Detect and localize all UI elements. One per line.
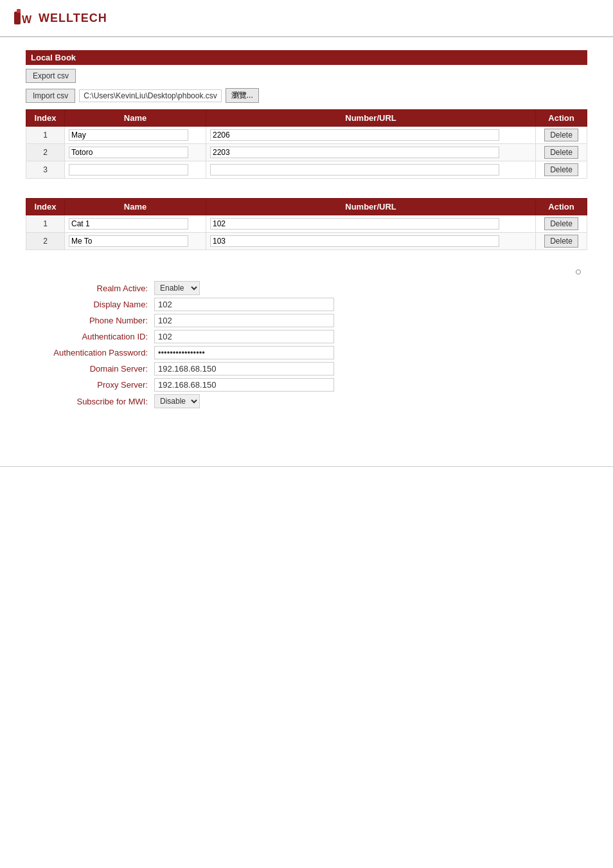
name-input[interactable] (69, 218, 188, 230)
col-header-action: Action (536, 110, 587, 127)
page-header: W WELLTECH (0, 0, 613, 37)
form-text-input-5[interactable] (154, 362, 334, 375)
import-file-path: C:\Users\KevinLiu\Desktop\phbook.csv (79, 89, 221, 102)
cell-name (65, 144, 206, 161)
form-label: Phone Number: (26, 316, 154, 325)
form-row: Authentication Password: (26, 346, 587, 359)
cell-index: 3 (26, 161, 65, 179)
main-content: Local Book Export csv Import csv C:\User… (0, 37, 613, 440)
form-row: Realm Active:EnableDisable (26, 281, 587, 295)
form-label: Subscribe for MWI: (26, 397, 154, 406)
form-row: Domain Server: (26, 362, 587, 375)
browse-button[interactable]: 瀏覽... (226, 88, 259, 103)
number-input[interactable] (210, 218, 499, 230)
col2-header-number: Number/URL (206, 199, 536, 215)
form-select-0[interactable]: EnableDisable (154, 281, 200, 295)
form-row: Proxy Server: (26, 378, 587, 392)
form-label: Domain Server: (26, 364, 154, 374)
second-table: Index Name Number/URL Action 1 Delete 2 (26, 198, 587, 250)
form-row: Authentication ID: (26, 330, 587, 343)
col2-header-action: Action (536, 199, 587, 215)
cell-name (65, 233, 206, 250)
local-book-table: Index Name Number/URL Action 1 Delete 2 (26, 109, 587, 179)
number-input[interactable] (210, 164, 499, 176)
delete-button[interactable]: Delete (544, 235, 578, 248)
number-input[interactable] (210, 235, 499, 247)
cell-index: 2 (26, 144, 65, 161)
name-input[interactable] (69, 235, 188, 247)
local-book-title: Local Book (26, 50, 587, 65)
cell-name (65, 127, 206, 144)
cell-action: Delete (536, 215, 587, 233)
cell-name (65, 161, 206, 179)
delete-button[interactable]: Delete (544, 129, 578, 141)
name-input[interactable] (69, 164, 188, 176)
cell-number (206, 215, 536, 233)
cell-number (206, 161, 536, 179)
cell-number (206, 127, 536, 144)
logo: W WELLTECH (13, 6, 107, 30)
form-password-input-4[interactable] (154, 346, 334, 359)
status-indicator (576, 269, 581, 275)
col2-header-name: Name (65, 199, 206, 215)
cell-action: Delete (536, 233, 587, 250)
table-row: 1 Delete (26, 215, 587, 233)
table-row: 3 Delete (26, 161, 587, 179)
cell-action: Delete (536, 161, 587, 179)
cell-action: Delete (536, 127, 587, 144)
footer-divider (0, 466, 613, 467)
cell-name (65, 215, 206, 233)
import-row: Import csv C:\Users\KevinLiu\Desktop\phb… (26, 88, 587, 103)
import-csv-button[interactable]: Import csv (26, 89, 75, 103)
col-header-number: Number/URL (206, 110, 536, 127)
table-row: 2 Delete (26, 233, 587, 250)
second-table-section: Index Name Number/URL Action 1 Delete 2 (26, 198, 587, 250)
form-section: Realm Active:EnableDisableDisplay Name:P… (26, 281, 587, 408)
table-row: 2 Delete (26, 144, 587, 161)
form-row: Subscribe for MWI:EnableDisable (26, 394, 587, 408)
svg-text:W: W (22, 14, 32, 25)
delete-button[interactable]: Delete (544, 217, 578, 230)
form-text-input-3[interactable] (154, 330, 334, 343)
export-csv-button[interactable]: Export csv (26, 69, 76, 83)
form-label: Proxy Server: (26, 380, 154, 390)
name-input[interactable] (69, 147, 188, 158)
form-text-input-6[interactable] (154, 378, 334, 392)
local-book-section: Local Book Export csv Import csv C:\User… (26, 50, 587, 179)
form-row: Phone Number: (26, 314, 587, 327)
col-header-name: Name (65, 110, 206, 127)
svg-rect-1 (17, 9, 21, 13)
cell-number (206, 233, 536, 250)
delete-button[interactable]: Delete (544, 146, 578, 159)
form-row: Display Name: (26, 298, 587, 311)
cell-index: 2 (26, 233, 65, 250)
delete-button[interactable]: Delete (544, 163, 578, 176)
svg-rect-0 (14, 12, 21, 24)
form-label: Authentication Password: (26, 348, 154, 357)
table-row: 1 Delete (26, 127, 587, 144)
form-label: Realm Active: (26, 284, 154, 293)
number-input[interactable] (210, 129, 499, 141)
form-text-input-2[interactable] (154, 314, 334, 327)
form-label: Authentication ID: (26, 332, 154, 341)
form-select-7[interactable]: EnableDisable (154, 394, 200, 408)
form-label: Display Name: (26, 300, 154, 309)
cell-number (206, 144, 536, 161)
brand-name: WELLTECH (39, 12, 107, 25)
form-text-input-1[interactable] (154, 298, 334, 311)
col2-header-index: Index (26, 199, 65, 215)
cell-action: Delete (536, 144, 587, 161)
col-header-index: Index (26, 110, 65, 127)
logo-icon: W (13, 6, 36, 30)
number-input[interactable] (210, 147, 499, 158)
cell-index: 1 (26, 127, 65, 144)
cell-index: 1 (26, 215, 65, 233)
name-input[interactable] (69, 129, 188, 141)
